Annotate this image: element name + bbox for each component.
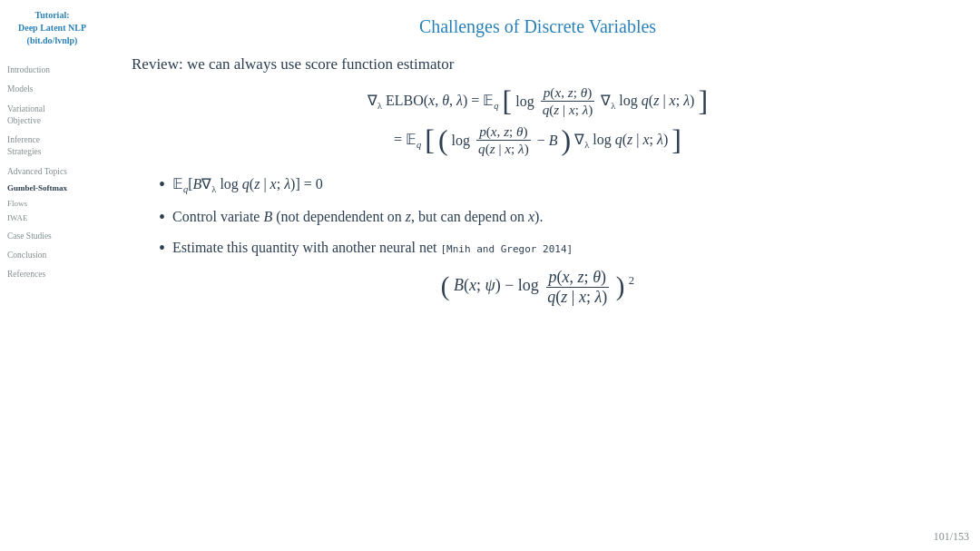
bullet-1-math: 𝔼q[B∇λ log q(z | x; λ)] = 0 — [172, 173, 323, 197]
main-content: Challenges of Discrete Variables Review:… — [104, 0, 980, 551]
sidebar-item-models[interactable]: Models — [7, 84, 97, 95]
bullet-list: • 𝔼q[B∇λ log q(z | x; λ)] = 0 • Control … — [159, 173, 944, 259]
bullet-dot-3: • — [159, 237, 165, 259]
sidebar-item-advanced[interactable]: Advanced Topics — [7, 166, 97, 178]
sidebar-item-references[interactable]: References — [7, 269, 97, 280]
math-equations: ∇λ ELBO(x, θ, λ) = 𝔼q [ log p(x, z; θ) q… — [132, 84, 944, 157]
bullet-3: • Estimate this quantity with another ne… — [159, 237, 944, 259]
sidebar-item-gumbel[interactable]: Gumbel-Softmax — [7, 182, 97, 194]
sidebar: Tutorial: Deep Latent NLP (bit.do/lvnlp)… — [0, 0, 104, 551]
bullet-3-text: Estimate this quantity with another neur… — [172, 237, 573, 259]
sidebar-item-case-studies[interactable]: Case Studies — [7, 231, 97, 242]
sidebar-item-inference[interactable]: Inference Strategies — [7, 134, 97, 159]
review-text: Review: we can always use score function… — [132, 55, 944, 74]
slide-counter: 101/153 — [934, 530, 969, 544]
sidebar-title: Tutorial: Deep Latent NLP (bit.do/lvnlp) — [7, 9, 97, 47]
equation-1: ∇λ ELBO(x, θ, λ) = 𝔼q [ log p(x, z; θ) q… — [132, 84, 944, 118]
slide-title: Challenges of Discrete Variables — [132, 16, 944, 37]
equation-2: = 𝔼q [ ( log p(x, z; θ) q(z | x; λ) − B … — [132, 123, 944, 157]
sidebar-item-variational[interactable]: Variational Objective — [7, 103, 97, 128]
sidebar-item-flows[interactable]: Flows — [7, 198, 97, 210]
bullet-dot-1: • — [159, 173, 165, 195]
sidebar-item-iwae[interactable]: IWAE — [7, 212, 97, 224]
bullet-1: • 𝔼q[B∇λ log q(z | x; λ)] = 0 — [159, 173, 944, 197]
bullet-2: • Control variate B (not dependendent on… — [159, 206, 944, 228]
bullet-2-text: Control variate B (not dependendent on z… — [172, 206, 543, 228]
bullet-dot-2: • — [159, 206, 165, 228]
sidebar-item-introduction[interactable]: Introduction — [7, 64, 97, 76]
sidebar-item-conclusion[interactable]: Conclusion — [7, 250, 97, 261]
bottom-equation: ( B(x; ψ) − log p(x, z; θ) q(z | x; λ) )… — [132, 268, 944, 307]
